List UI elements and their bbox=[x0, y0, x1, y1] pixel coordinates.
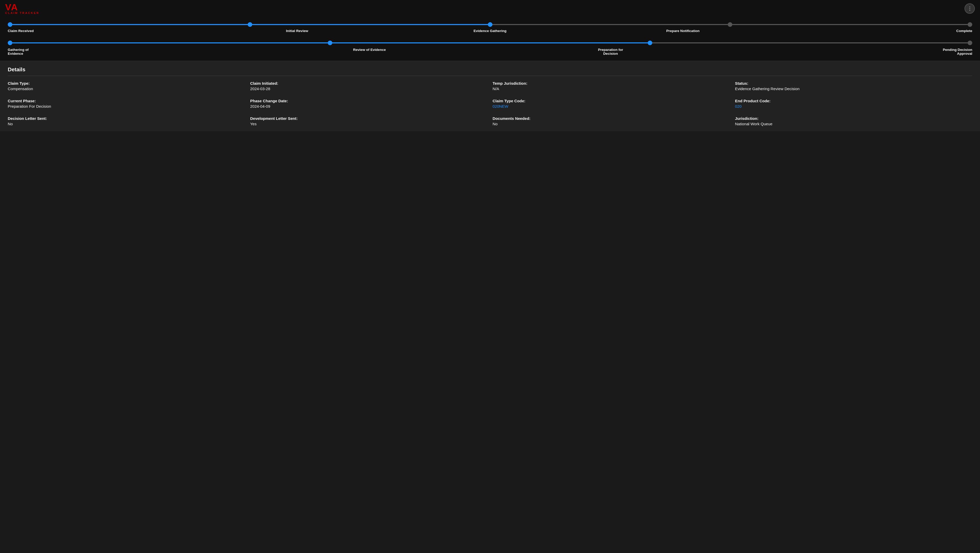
sub-label-3: Preparation for Decision bbox=[490, 48, 731, 56]
detail-decision-letter-label: Decision Letter Sent: bbox=[8, 116, 245, 121]
top-step-dot-3 bbox=[488, 22, 492, 27]
detail-claim-type-code-label: Claim Type Code: bbox=[493, 99, 730, 103]
detail-phase-change-date-label: Phase Change Date: bbox=[250, 99, 488, 103]
sub-track-container bbox=[8, 41, 972, 45]
sub-step-dot-3 bbox=[648, 41, 652, 45]
sub-label-1: Gathering of Evidence bbox=[8, 48, 249, 56]
top-step-dot-5 bbox=[967, 22, 972, 27]
top-label-4: Prepare Notification bbox=[587, 29, 780, 33]
detail-current-phase: Current Phase: Preparation For Decision bbox=[8, 99, 245, 108]
detail-end-product-code-label: End Product Code: bbox=[735, 99, 972, 103]
top-label-2: Initial Review bbox=[200, 29, 393, 33]
detail-end-product-code-value: 020 bbox=[735, 104, 972, 108]
top-line-4 bbox=[732, 24, 967, 25]
detail-temp-jurisdiction-value: N/A bbox=[493, 86, 730, 91]
top-line-2 bbox=[252, 24, 488, 25]
top-label-5: Complete bbox=[780, 29, 972, 33]
detail-claim-initiated-value: 2024-03-28 bbox=[250, 86, 488, 91]
top-step-dot-4 bbox=[728, 22, 732, 27]
sub-step-dot-4 bbox=[967, 41, 972, 45]
detail-documents-needed: Documents Needed: No bbox=[493, 116, 730, 126]
top-line-3 bbox=[492, 24, 728, 25]
details-grid: Claim Type: Compensation Claim Initiated… bbox=[8, 81, 972, 126]
detail-claim-type-value: Compensation bbox=[8, 86, 245, 91]
top-step-dot-1 bbox=[8, 22, 13, 27]
sub-line-3 bbox=[652, 42, 967, 43]
detail-end-product-code: End Product Code: 020 bbox=[735, 99, 972, 108]
sub-line-2 bbox=[332, 42, 648, 43]
detail-current-phase-value: Preparation For Decision bbox=[8, 104, 245, 108]
menu-button[interactable]: ⋮ bbox=[964, 3, 975, 14]
detail-current-phase-label: Current Phase: bbox=[8, 99, 245, 103]
detail-status: Status: Evidence Gathering Review Decisi… bbox=[735, 81, 972, 91]
sub-progress-section: Gathering of Evidence Review of Evidence… bbox=[0, 41, 980, 61]
detail-decision-letter: Decision Letter Sent: No bbox=[8, 116, 245, 126]
sub-label-2: Review of Evidence bbox=[249, 48, 490, 56]
top-label-1: Claim Received bbox=[8, 29, 200, 33]
detail-dev-letter: Development Letter Sent: Yes bbox=[250, 116, 488, 126]
detail-decision-letter-value: No bbox=[8, 122, 245, 126]
details-title: Details bbox=[8, 66, 972, 76]
detail-jurisdiction: Jurisdiction: National Work Queue bbox=[735, 116, 972, 126]
header: VA CLAIM TRACKER ⋮ bbox=[0, 0, 980, 17]
sub-step-dot-1 bbox=[8, 41, 13, 45]
detail-phase-change-date: Phase Change Date: 2024-04-09 bbox=[250, 99, 488, 108]
logo-subtitle: CLAIM TRACKER bbox=[5, 12, 39, 14]
menu-icon: ⋮ bbox=[967, 6, 972, 12]
top-progress-section: Claim Received Initial Review Evidence G… bbox=[0, 17, 980, 41]
detail-dev-letter-label: Development Letter Sent: bbox=[250, 116, 488, 121]
logo: VA CLAIM TRACKER bbox=[5, 3, 39, 14]
detail-documents-needed-label: Documents Needed: bbox=[493, 116, 730, 121]
detail-claim-initiated: Claim Initiated: 2024-03-28 bbox=[250, 81, 488, 91]
detail-claim-initiated-label: Claim Initiated: bbox=[250, 81, 488, 86]
detail-status-value: Evidence Gathering Review Decision bbox=[735, 86, 972, 91]
detail-phase-change-date-value: 2024-04-09 bbox=[250, 104, 488, 108]
top-label-3: Evidence Gathering bbox=[393, 29, 587, 33]
top-track-container bbox=[8, 22, 972, 27]
top-step-dot-2 bbox=[248, 22, 252, 27]
top-line-1 bbox=[13, 24, 248, 25]
top-step-labels: Claim Received Initial Review Evidence G… bbox=[8, 29, 972, 33]
detail-jurisdiction-label: Jurisdiction: bbox=[735, 116, 972, 121]
details-section: Details Claim Type: Compensation Claim I… bbox=[0, 61, 980, 131]
detail-temp-jurisdiction: Temp Jurisdiction: N/A bbox=[493, 81, 730, 91]
detail-documents-needed-value: No bbox=[493, 122, 730, 126]
detail-claim-type-code-value: 020NEW bbox=[493, 104, 730, 108]
sub-line-1 bbox=[13, 42, 328, 43]
detail-temp-jurisdiction-label: Temp Jurisdiction: bbox=[493, 81, 730, 86]
logo-va: VA bbox=[5, 3, 39, 12]
detail-dev-letter-value: Yes bbox=[250, 122, 488, 126]
detail-claim-type-code: Claim Type Code: 020NEW bbox=[493, 99, 730, 108]
detail-jurisdiction-value: National Work Queue bbox=[735, 122, 972, 126]
detail-claim-type-label: Claim Type: bbox=[8, 81, 245, 86]
sub-label-4: Pending Decision Approval bbox=[731, 48, 972, 56]
sub-step-dot-2 bbox=[328, 41, 332, 45]
detail-claim-type: Claim Type: Compensation bbox=[8, 81, 245, 91]
sub-step-labels: Gathering of Evidence Review of Evidence… bbox=[8, 48, 972, 56]
detail-status-label: Status: bbox=[735, 81, 972, 86]
